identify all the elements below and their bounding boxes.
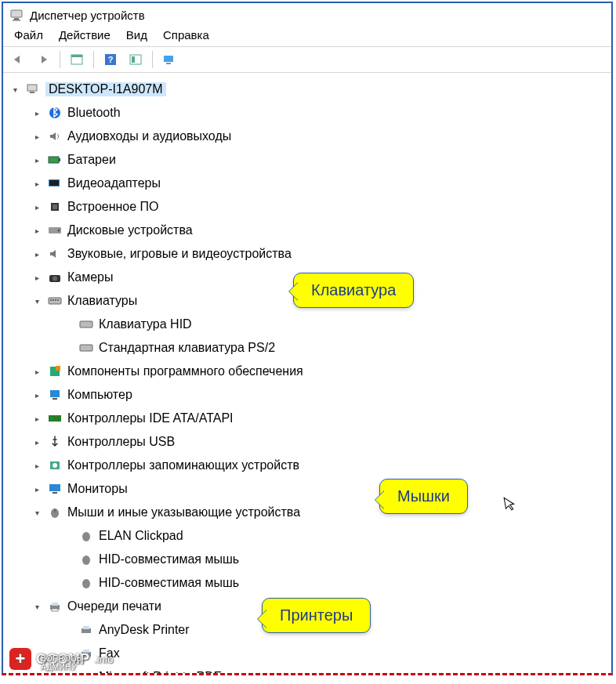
tree-node-keyboard-ps2[interactable]: Стандартная клавиатура PS/2 xyxy=(8,336,610,360)
expand-icon[interactable]: ▸ xyxy=(31,272,42,283)
expand-icon[interactable]: ▸ xyxy=(31,225,42,236)
node-label: Очереди печати xyxy=(67,599,161,613)
tree-node-elan-clickpad[interactable]: ELAN Clickpad xyxy=(8,524,610,548)
expand-icon[interactable]: ▸ xyxy=(31,389,42,400)
tree-node-bluetooth[interactable]: ▸ Bluetooth xyxy=(8,101,610,125)
menu-help[interactable]: Справка xyxy=(163,28,209,42)
expand-icon[interactable]: ▸ xyxy=(31,107,42,118)
tree-root-row[interactable]: ▾ DESKTOP-I1A907M xyxy=(8,78,610,101)
keyboard-icon xyxy=(47,294,63,308)
svg-rect-32 xyxy=(56,366,60,371)
collapse-icon[interactable]: ▾ xyxy=(31,507,42,518)
window-title: Диспетчер устройств xyxy=(30,9,145,22)
tree-node-ide[interactable]: ▸ Контроллеры IDE ATA/ATAPI xyxy=(8,407,610,430)
svg-rect-11 xyxy=(27,85,37,91)
menu-action[interactable]: Действие xyxy=(59,28,111,42)
tree-node-keyboard-hid[interactable]: Клавиатура HID xyxy=(8,313,610,336)
expand-icon[interactable]: ▸ xyxy=(31,436,42,447)
expand-icon[interactable]: ▸ xyxy=(31,248,42,259)
mouse-icon xyxy=(78,529,94,543)
tree-node-usb[interactable]: ▸ Контроллеры USB xyxy=(8,430,610,454)
mouse-icon xyxy=(78,552,94,566)
expand-icon[interactable]: ▸ xyxy=(31,154,42,165)
watermark: + OCOMP.info ВОПРОСЫ АДМИНУ xyxy=(9,648,114,670)
expand-icon[interactable]: ▸ xyxy=(31,131,42,142)
tree-node-firmware[interactable]: ▸ Встроенное ПО xyxy=(8,195,610,219)
tree-node-disk[interactable]: ▸ Дисковые устройства xyxy=(8,219,610,242)
tree-node-hid-mouse-2[interactable]: HID-совместимая мышь xyxy=(8,571,610,595)
callout-text: Мышки xyxy=(397,487,450,505)
expand-icon[interactable]: ▸ xyxy=(31,483,42,494)
tree-node-sound[interactable]: ▸ Звуковые, игровые и видеоустройства xyxy=(8,242,610,266)
watermark-plus-icon: + xyxy=(9,648,31,670)
pc-icon xyxy=(47,388,63,402)
svg-text:?: ? xyxy=(108,55,114,64)
toolbar-separator xyxy=(60,51,60,68)
svg-rect-30 xyxy=(80,345,92,351)
disk-drive-icon xyxy=(47,223,63,237)
toolbar: ? xyxy=(3,47,611,73)
device-manager-window: Диспетчер устройств Файл Действие Вид Сп… xyxy=(2,2,613,675)
expand-icon[interactable]: ▸ xyxy=(31,460,42,471)
help-button[interactable]: ? xyxy=(100,50,121,69)
node-label: AnyDesk Printer xyxy=(99,623,190,637)
svg-rect-12 xyxy=(30,92,34,93)
usb-icon xyxy=(47,435,63,449)
callout-text: Клавиатура xyxy=(311,281,396,299)
back-button[interactable] xyxy=(8,50,28,69)
mouse-icon xyxy=(78,576,94,590)
svg-point-45 xyxy=(82,579,90,588)
scan-hardware-button[interactable] xyxy=(159,50,179,69)
watermark-sub: ВОПРОСЫ АДМИНУ xyxy=(41,654,114,671)
callout-text: Принтеры xyxy=(280,606,353,624)
printer-icon xyxy=(78,623,94,637)
monitor-icon xyxy=(47,482,63,496)
keyboard-icon xyxy=(78,317,94,331)
expand-icon[interactable]: ▸ xyxy=(31,413,42,424)
speaker-icon xyxy=(47,129,63,143)
svg-point-44 xyxy=(82,556,90,565)
svg-rect-50 xyxy=(83,626,89,629)
node-label: Аудиовходы и аудиовыходы xyxy=(67,129,231,143)
svg-rect-36 xyxy=(50,417,53,420)
svg-rect-47 xyxy=(52,603,58,606)
node-label: ELAN Clickpad xyxy=(99,529,183,543)
svg-rect-19 xyxy=(53,204,57,209)
node-label: Bluetooth xyxy=(67,106,121,120)
svg-rect-33 xyxy=(50,390,60,397)
svg-rect-15 xyxy=(59,158,60,161)
node-label: Дисковые устройства xyxy=(67,223,193,237)
collapse-icon[interactable]: ▾ xyxy=(31,601,42,612)
sound-icon xyxy=(47,247,63,261)
camera-icon xyxy=(47,270,63,284)
tree-node-monitors[interactable]: ▸ Мониторы xyxy=(8,477,610,501)
device-manager-icon xyxy=(9,8,24,22)
expand-icon[interactable]: ▸ xyxy=(31,201,42,212)
node-label: Звуковые, игровые и видеоустройства xyxy=(67,247,292,261)
collapse-icon[interactable]: ▾ xyxy=(9,84,20,95)
tree-node-storage-controllers[interactable]: ▸ Контроллеры запоминающих устройств xyxy=(8,454,610,477)
ide-controller-icon xyxy=(47,411,63,425)
forward-button[interactable] xyxy=(33,50,53,69)
menu-view[interactable]: Вид xyxy=(126,28,147,42)
tree-node-video[interactable]: ▸ Видеоадаптеры xyxy=(8,172,610,195)
device-tree[interactable]: ▾ DESKTOP-I1A907M ▸ Bluetooth xyxy=(8,78,610,673)
tree-node-software-components[interactable]: ▸ Компоненты программного обеспечения xyxy=(8,360,610,383)
show-hidden-button[interactable] xyxy=(67,50,87,69)
svg-rect-26 xyxy=(53,299,54,301)
tree-node-battery[interactable]: ▸ Батареи xyxy=(8,148,610,172)
node-label: Компьютер xyxy=(67,388,132,402)
svg-rect-39 xyxy=(49,484,60,491)
svg-rect-40 xyxy=(53,492,57,494)
properties-button[interactable] xyxy=(125,50,146,69)
tree-node-hid-mouse-1[interactable]: HID-совместимая мышь xyxy=(8,548,610,571)
node-label: Стандартная клавиатура PS/2 xyxy=(99,341,275,355)
tree-node-computer[interactable]: ▸ Компьютер xyxy=(8,383,610,407)
expand-icon[interactable]: ▸ xyxy=(31,178,42,189)
tree-node-audio[interactable]: ▸ Аудиовходы и аудиовыходы xyxy=(8,125,610,148)
svg-rect-48 xyxy=(52,609,58,611)
menu-file[interactable]: Файл xyxy=(14,28,43,42)
collapse-icon[interactable]: ▾ xyxy=(31,295,42,306)
tree-node-mice[interactable]: ▾ Мыши и иные указывающие устройства xyxy=(8,501,610,524)
expand-icon[interactable]: ▸ xyxy=(31,366,42,377)
